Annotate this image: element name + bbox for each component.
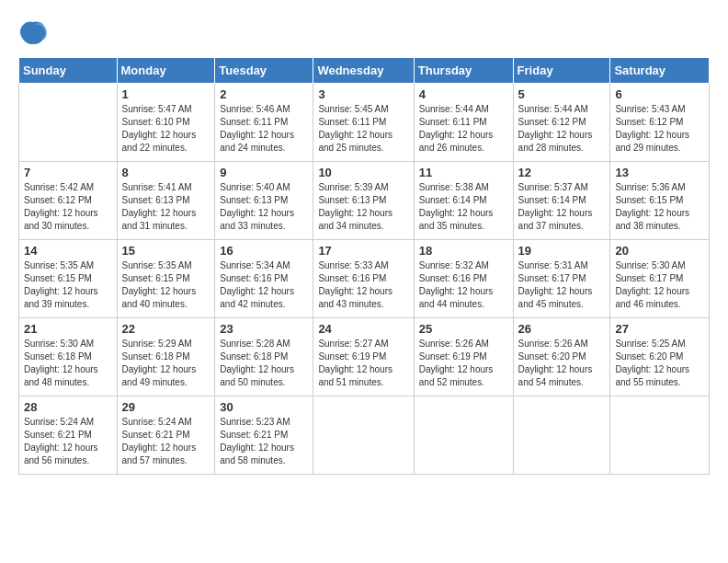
calendar-cell: 8Sunrise: 5:41 AM Sunset: 6:13 PM Daylig… — [117, 162, 215, 240]
day-number: 11 — [419, 166, 508, 179]
calendar-cell: 26Sunrise: 5:26 AM Sunset: 6:20 PM Dayli… — [513, 318, 610, 396]
calendar-cell: 6Sunrise: 5:43 AM Sunset: 6:12 PM Daylig… — [610, 84, 710, 162]
week-row-2: 7Sunrise: 5:42 AM Sunset: 6:12 PM Daylig… — [19, 162, 710, 240]
day-number: 19 — [518, 244, 606, 258]
day-number: 3 — [318, 87, 408, 101]
calendar-cell: 28Sunrise: 5:24 AM Sunset: 6:21 PM Dayli… — [19, 396, 118, 475]
day-number: 30 — [220, 400, 308, 414]
calendar-cell: 23Sunrise: 5:28 AM Sunset: 6:18 PM Dayli… — [215, 318, 313, 396]
calendar-cell: 10Sunrise: 5:39 AM Sunset: 6:13 PM Dayli… — [313, 162, 414, 240]
calendar-cell: 19Sunrise: 5:31 AM Sunset: 6:17 PM Dayli… — [513, 240, 610, 318]
calendar-cell — [414, 396, 513, 475]
calendar-cell: 27Sunrise: 5:25 AM Sunset: 6:20 PM Dayli… — [610, 318, 710, 396]
calendar-body: 1Sunrise: 5:47 AM Sunset: 6:10 PM Daylig… — [19, 84, 710, 475]
calendar-cell: 24Sunrise: 5:27 AM Sunset: 6:19 PM Dayli… — [313, 318, 414, 396]
day-info: Sunrise: 5:43 AM Sunset: 6:12 PM Dayligh… — [615, 103, 704, 155]
calendar-cell: 9Sunrise: 5:40 AM Sunset: 6:13 PM Daylig… — [215, 162, 313, 240]
day-info: Sunrise: 5:42 AM Sunset: 6:12 PM Dayligh… — [24, 181, 112, 233]
weekday-header-tuesday: Tuesday — [215, 58, 313, 84]
weekday-header-thursday: Thursday — [414, 58, 513, 84]
day-number: 2 — [220, 87, 308, 101]
day-number: 1 — [122, 87, 210, 101]
day-info: Sunrise: 5:32 AM Sunset: 6:16 PM Dayligh… — [419, 259, 508, 311]
day-number: 27 — [615, 322, 704, 336]
calendar-cell — [19, 84, 118, 162]
day-number: 6 — [615, 87, 704, 101]
day-number: 9 — [220, 166, 308, 179]
day-number: 17 — [318, 244, 408, 258]
day-info: Sunrise: 5:26 AM Sunset: 6:20 PM Dayligh… — [518, 338, 606, 389]
calendar-cell: 5Sunrise: 5:44 AM Sunset: 6:12 PM Daylig… — [513, 84, 610, 162]
week-row-1: 1Sunrise: 5:47 AM Sunset: 6:10 PM Daylig… — [19, 84, 710, 162]
calendar-cell: 16Sunrise: 5:34 AM Sunset: 6:16 PM Dayli… — [215, 240, 313, 318]
week-row-5: 28Sunrise: 5:24 AM Sunset: 6:21 PM Dayli… — [19, 396, 710, 475]
day-number: 22 — [122, 322, 210, 336]
calendar-cell: 14Sunrise: 5:35 AM Sunset: 6:15 PM Dayli… — [19, 240, 118, 318]
day-info: Sunrise: 5:44 AM Sunset: 6:12 PM Dayligh… — [518, 103, 606, 155]
day-info: Sunrise: 5:41 AM Sunset: 6:13 PM Dayligh… — [122, 181, 210, 233]
weekday-header-friday: Friday — [513, 58, 610, 84]
week-row-3: 14Sunrise: 5:35 AM Sunset: 6:15 PM Dayli… — [19, 240, 710, 318]
week-row-4: 21Sunrise: 5:30 AM Sunset: 6:18 PM Dayli… — [19, 318, 710, 396]
day-info: Sunrise: 5:38 AM Sunset: 6:14 PM Dayligh… — [419, 181, 508, 233]
day-number: 12 — [518, 166, 606, 179]
day-number: 18 — [419, 244, 508, 258]
calendar-cell: 12Sunrise: 5:37 AM Sunset: 6:14 PM Dayli… — [513, 162, 610, 240]
calendar-cell: 11Sunrise: 5:38 AM Sunset: 6:14 PM Dayli… — [414, 162, 513, 240]
day-info: Sunrise: 5:30 AM Sunset: 6:18 PM Dayligh… — [24, 338, 112, 389]
logo-icon — [18, 18, 48, 48]
logo — [18, 18, 51, 48]
day-number: 28 — [24, 400, 112, 414]
calendar-cell: 7Sunrise: 5:42 AM Sunset: 6:12 PM Daylig… — [19, 162, 118, 240]
day-info: Sunrise: 5:40 AM Sunset: 6:13 PM Dayligh… — [220, 181, 308, 233]
calendar-cell: 21Sunrise: 5:30 AM Sunset: 6:18 PM Dayli… — [19, 318, 118, 396]
calendar-cell — [610, 396, 710, 475]
calendar-cell: 13Sunrise: 5:36 AM Sunset: 6:15 PM Dayli… — [610, 162, 710, 240]
calendar-cell — [513, 396, 610, 475]
calendar-cell: 18Sunrise: 5:32 AM Sunset: 6:16 PM Dayli… — [414, 240, 513, 318]
weekday-header-saturday: Saturday — [610, 58, 710, 84]
day-info: Sunrise: 5:37 AM Sunset: 6:14 PM Dayligh… — [518, 181, 606, 233]
day-info: Sunrise: 5:31 AM Sunset: 6:17 PM Dayligh… — [518, 259, 606, 311]
day-number: 5 — [518, 87, 606, 101]
page-header — [18, 18, 710, 48]
calendar-cell: 15Sunrise: 5:35 AM Sunset: 6:15 PM Dayli… — [117, 240, 215, 318]
calendar-cell: 3Sunrise: 5:45 AM Sunset: 6:11 PM Daylig… — [313, 84, 414, 162]
day-number: 23 — [220, 322, 308, 336]
calendar-cell: 25Sunrise: 5:26 AM Sunset: 6:19 PM Dayli… — [414, 318, 513, 396]
day-info: Sunrise: 5:44 AM Sunset: 6:11 PM Dayligh… — [419, 103, 508, 155]
day-number: 20 — [615, 244, 704, 258]
calendar-cell: 29Sunrise: 5:24 AM Sunset: 6:21 PM Dayli… — [117, 396, 215, 475]
day-number: 13 — [615, 166, 704, 179]
day-info: Sunrise: 5:30 AM Sunset: 6:17 PM Dayligh… — [615, 259, 704, 311]
day-info: Sunrise: 5:36 AM Sunset: 6:15 PM Dayligh… — [615, 181, 704, 233]
day-info: Sunrise: 5:24 AM Sunset: 6:21 PM Dayligh… — [24, 416, 112, 467]
calendar-header-row: SundayMondayTuesdayWednesdayThursdayFrid… — [19, 58, 710, 84]
weekday-header-sunday: Sunday — [19, 58, 118, 84]
day-info: Sunrise: 5:33 AM Sunset: 6:16 PM Dayligh… — [318, 259, 408, 311]
day-number: 4 — [419, 87, 508, 101]
calendar-cell — [313, 396, 414, 475]
day-number: 21 — [24, 322, 112, 336]
calendar-cell: 17Sunrise: 5:33 AM Sunset: 6:16 PM Dayli… — [313, 240, 414, 318]
day-number: 10 — [318, 166, 408, 179]
calendar-cell: 30Sunrise: 5:23 AM Sunset: 6:21 PM Dayli… — [215, 396, 313, 475]
day-number: 26 — [518, 322, 606, 336]
day-info: Sunrise: 5:47 AM Sunset: 6:10 PM Dayligh… — [122, 103, 210, 155]
calendar-cell: 20Sunrise: 5:30 AM Sunset: 6:17 PM Dayli… — [610, 240, 710, 318]
calendar-cell: 1Sunrise: 5:47 AM Sunset: 6:10 PM Daylig… — [117, 84, 215, 162]
weekday-header-wednesday: Wednesday — [313, 58, 414, 84]
day-info: Sunrise: 5:39 AM Sunset: 6:13 PM Dayligh… — [318, 181, 408, 233]
day-number: 15 — [122, 244, 210, 258]
day-info: Sunrise: 5:26 AM Sunset: 6:19 PM Dayligh… — [419, 338, 508, 389]
day-info: Sunrise: 5:46 AM Sunset: 6:11 PM Dayligh… — [220, 103, 308, 155]
day-info: Sunrise: 5:29 AM Sunset: 6:18 PM Dayligh… — [122, 338, 210, 389]
day-info: Sunrise: 5:45 AM Sunset: 6:11 PM Dayligh… — [318, 103, 408, 155]
day-number: 24 — [318, 322, 408, 336]
day-number: 7 — [24, 166, 112, 179]
day-number: 25 — [419, 322, 508, 336]
calendar-cell: 2Sunrise: 5:46 AM Sunset: 6:11 PM Daylig… — [215, 84, 313, 162]
day-info: Sunrise: 5:23 AM Sunset: 6:21 PM Dayligh… — [220, 416, 308, 467]
calendar-table: SundayMondayTuesdayWednesdayThursdayFrid… — [18, 57, 710, 475]
day-info: Sunrise: 5:34 AM Sunset: 6:16 PM Dayligh… — [220, 259, 308, 311]
